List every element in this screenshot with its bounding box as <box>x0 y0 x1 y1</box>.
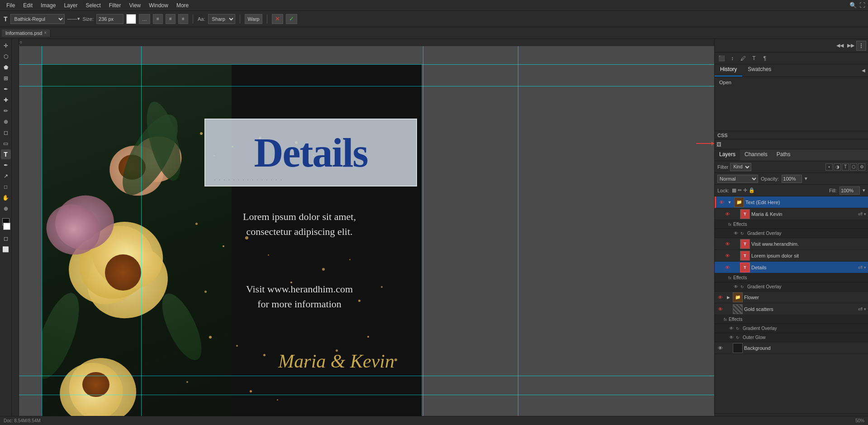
layer-details[interactable]: 👁 T Details eff ▾ <box>715 262 868 273</box>
tab-swatches[interactable]: Swatches <box>742 64 777 76</box>
panel-expand-right[interactable]: ▶▶ <box>847 43 854 48</box>
lock-brush-icon[interactable]: ✏ <box>738 187 742 193</box>
panel-tool-5[interactable]: ¶ <box>760 53 770 63</box>
artboard-tool[interactable]: ⬡ <box>1 52 11 62</box>
aa-select[interactable]: Sharp <box>208 14 235 24</box>
shape-tool[interactable]: □ <box>1 182 11 192</box>
menu-image[interactable]: Image <box>37 1 59 10</box>
effect-eye-3[interactable]: 👁 <box>728 325 735 332</box>
filter-shape-icon[interactable]: ⬡ <box>850 163 857 171</box>
tab-history[interactable]: History <box>715 64 742 76</box>
panel-collapse-btn[interactable]: ◀ <box>859 64 868 76</box>
tab-paths[interactable]: Paths <box>772 149 795 161</box>
effect-eye-2[interactable]: 👁 <box>733 284 739 290</box>
hand-tool[interactable]: ✋ <box>1 193 11 203</box>
effect-eye-1[interactable]: 👁 <box>733 230 739 237</box>
layer-maria-kevin[interactable]: 👁 T Maria & Kevin eff ▾ <box>715 208 868 220</box>
fill-dropdown-icon[interactable]: ▾ <box>863 187 865 193</box>
filter-type-icon[interactable]: T <box>842 163 849 171</box>
screen-mode[interactable]: ⬜ <box>1 244 11 254</box>
menu-filter[interactable]: Filter <box>105 1 125 10</box>
font-family-select[interactable]: Bathick-Regul <box>10 14 65 24</box>
layer-collapse-maria[interactable]: ▾ <box>864 212 866 216</box>
move-tool[interactable]: ✛ <box>1 41 11 51</box>
color-swatch[interactable] <box>126 14 136 24</box>
lock-position-icon[interactable]: ✛ <box>743 187 747 193</box>
layer-eye-text-edit[interactable]: 👁 <box>718 199 725 206</box>
panel-tool-3[interactable]: 🖊 <box>738 53 748 63</box>
layer-collapse-gold[interactable]: ▾ <box>864 307 866 311</box>
filter-type-select[interactable]: Kind <box>730 163 751 171</box>
layer-eye-lorem[interactable]: 👁 <box>724 252 731 259</box>
align-right-btn[interactable]: ≡ <box>178 14 188 24</box>
layer-eye-flower[interactable]: 👁 <box>716 294 724 301</box>
layer-text-edit-here[interactable]: 👁 ▼ 📁 Text (Edit Here) <box>715 196 868 208</box>
document-tab[interactable]: Informations.psd × <box>2 29 51 37</box>
commit-button[interactable]: ✓ <box>286 14 297 24</box>
details-text-box[interactable]: Details · · · · · · · · · · · · · · · <box>204 119 417 186</box>
healing-tool[interactable]: ✚ <box>1 95 11 105</box>
menu-select[interactable]: Select <box>82 1 104 10</box>
filter-adjust-icon[interactable]: ◑ <box>834 163 841 171</box>
layer-eye-background[interactable]: 👁 <box>716 344 724 352</box>
options-btn[interactable]: … <box>139 14 150 24</box>
tab-layers[interactable]: Layers <box>715 149 740 161</box>
menu-edit[interactable]: Edit <box>19 1 36 10</box>
menu-layer[interactable]: Layer <box>60 1 81 10</box>
effect-gradient-overlay-3[interactable]: 👁 ↻ Gradient Overlay <box>715 324 868 333</box>
eyedropper-tool[interactable]: ✒ <box>1 84 11 94</box>
layer-background[interactable]: 👁 Background <box>715 342 868 354</box>
design-canvas[interactable]: Details · · · · · · · · · · · · · · · Lo… <box>42 64 422 425</box>
layer-eye-maria[interactable]: 👁 <box>724 210 731 218</box>
background-color[interactable] <box>3 223 10 230</box>
clone-tool[interactable]: ⊕ <box>1 117 11 127</box>
effect-gradient-overlay-2[interactable]: 👁 ↻ Gradient Overlay <box>715 282 868 291</box>
layer-visit-www[interactable]: 👁 T Visit www.herandhim. <box>715 238 868 250</box>
warp-button[interactable]: Warp <box>245 14 263 24</box>
crop-tool[interactable]: ⊞ <box>1 73 11 83</box>
effect-eye-outer-glow[interactable]: 👁 <box>728 334 735 341</box>
eraser-tool[interactable]: ◻ <box>1 128 11 138</box>
align-center-btn[interactable]: ≡ <box>166 14 175 24</box>
font-size-input[interactable] <box>96 14 123 24</box>
doc-tab-close[interactable]: × <box>44 30 47 35</box>
filter-pixel-icon[interactable]: ▪ <box>825 163 833 171</box>
layer-lorem-ipsum[interactable]: 👁 T Lorem ipsum dolor sit <box>715 250 868 262</box>
layer-eye-gold[interactable]: 👁 <box>716 306 724 313</box>
image-icon[interactable]: 🖼 <box>716 142 721 147</box>
tab-channels[interactable]: Channels <box>740 149 772 161</box>
history-open[interactable]: Open <box>716 79 866 86</box>
blend-mode-select[interactable]: Normal <box>717 175 758 183</box>
lock-pixels-icon[interactable]: ▦ <box>732 187 736 193</box>
layer-collapse-details[interactable]: ▾ <box>864 265 866 270</box>
layer-flower[interactable]: 👁 ▶ 📁 Flower <box>715 291 868 303</box>
pen-tool[interactable]: ✒ <box>1 160 11 170</box>
panel-tool-4[interactable]: T <box>749 53 759 63</box>
opacity-dropdown-icon[interactable]: ▾ <box>805 176 807 181</box>
cancel-button[interactable]: ✕ <box>272 14 283 24</box>
layer-gold-scatters[interactable]: 👁 Gold scatters eff ▾ <box>715 303 868 315</box>
canvas-wrapper[interactable]: 0 <box>12 39 714 425</box>
gradient-tool[interactable]: ▭ <box>1 138 11 148</box>
fullscreen-icon[interactable]: ⛶ <box>859 2 865 9</box>
search-icon[interactable]: 🔍 <box>849 2 857 9</box>
panel-tool-2[interactable]: ↕ <box>727 53 737 63</box>
opacity-input[interactable] <box>782 175 802 183</box>
panel-menu-icon[interactable] <box>856 41 866 51</box>
path-selection-tool[interactable]: ↗ <box>1 171 11 181</box>
standard-mode[interactable]: ◻ <box>1 234 11 244</box>
zoom-tool[interactable]: ⊕ <box>1 204 11 214</box>
fill-input[interactable] <box>840 186 860 195</box>
panel-tool-1[interactable]: ⬛ <box>716 53 726 63</box>
menu-view[interactable]: View <box>125 1 144 10</box>
filter-smart-icon[interactable]: ⚙ <box>858 163 865 171</box>
menu-more[interactable]: More <box>173 1 192 10</box>
layer-expand-text-edit[interactable]: ▼ <box>726 199 733 205</box>
effect-gradient-overlay-1[interactable]: 👁 ↻ Gradient Overlay <box>715 229 868 238</box>
layer-eye-details[interactable]: 👁 <box>724 264 731 271</box>
layer-expand-flower[interactable]: ▶ <box>725 294 731 301</box>
align-left-btn[interactable]: ≡ <box>153 14 163 24</box>
lasso-tool[interactable]: ⬟ <box>1 62 11 72</box>
effect-outer-glow[interactable]: 👁 ↻ Outer Glow <box>715 333 868 342</box>
type-tool[interactable]: T <box>1 149 11 159</box>
